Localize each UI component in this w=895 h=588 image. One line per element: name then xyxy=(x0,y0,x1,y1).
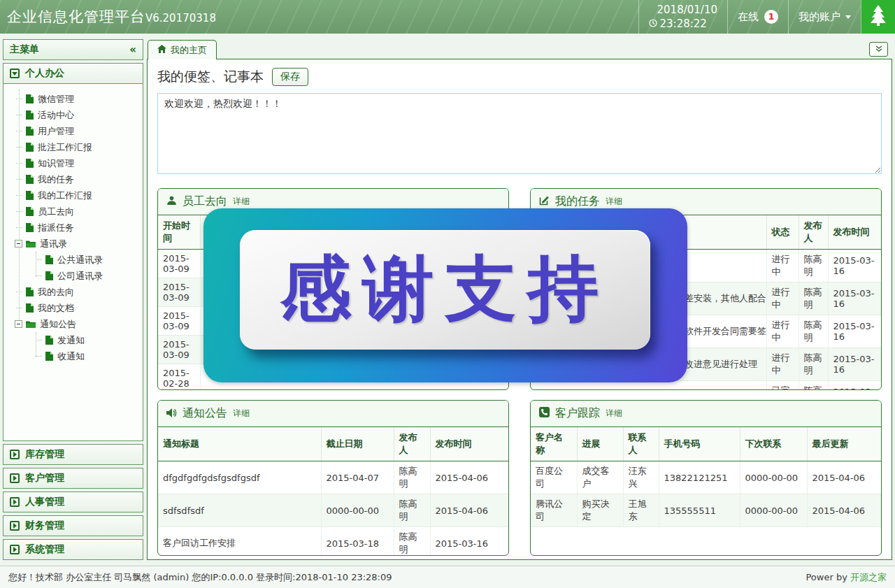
tab-my-homepage[interactable]: 我的主页 xyxy=(148,40,217,59)
arrow-box-right-icon xyxy=(10,545,20,554)
collapse-minus-box[interactable] xyxy=(15,240,22,248)
column-header: 开始时间 xyxy=(158,215,200,250)
sidebar-item-assign-tasks[interactable]: 指派任务 xyxy=(16,220,140,236)
sidebar-item-user-mgmt[interactable]: 用户管理 xyxy=(16,123,140,139)
table-row: 客户回访工作安排2015-03-18陈高明2015-03-16 xyxy=(158,527,508,557)
column-header: 客户名称 xyxy=(531,427,577,461)
notices-detail-link[interactable]: 详细 xyxy=(233,408,250,420)
column-header: 发布时间 xyxy=(828,215,881,250)
document-icon xyxy=(45,271,53,280)
home-icon xyxy=(157,45,166,55)
table-row: 腾讯公司购买决定王旭东1355555110000-00-002015-04-06 xyxy=(531,494,881,527)
column-header: 最后更新 xyxy=(807,427,881,461)
whereabouts-detail-link[interactable]: 详细 xyxy=(233,196,250,208)
sidebar-item-knowledge-mgmt[interactable]: 知识管理 xyxy=(16,155,140,171)
column-header: 发布人 xyxy=(799,215,828,250)
table-row: dfgdfgdfgdsfgsdfgsdf2015-04-07陈高明2015-04… xyxy=(158,461,508,494)
sidebar-item-my-whereabouts[interactable]: 我的去向 xyxy=(16,284,140,300)
sidebar-item-employee-whereabouts[interactable]: 员工去向 xyxy=(16,203,140,220)
thanks-keycap: 感谢支持 xyxy=(240,230,650,350)
sidebar-section-customer[interactable]: 客户管理 xyxy=(3,468,143,489)
column-header: 截止日期 xyxy=(321,427,394,461)
document-icon xyxy=(45,255,53,264)
panel-customer-tracking: 客户跟踪 详细 客户名称 进展 联系人 手机号码 下次联系 最后更新 xyxy=(530,400,882,556)
app-title: 企业信息化管理平台V6.20170318 xyxy=(0,7,216,27)
sidebar-item-my-documents[interactable]: 我的文档 xyxy=(16,300,140,316)
panel-title: 客户跟踪 xyxy=(555,406,600,421)
edit-icon xyxy=(539,195,550,208)
sidebar-item-wechat-mgmt[interactable]: 微信管理 xyxy=(16,91,140,107)
collapse-minus-box[interactable] xyxy=(15,320,22,328)
contacts-children: 公共通讯录 公司通讯录 xyxy=(33,252,140,284)
document-icon xyxy=(26,94,34,103)
thanks-overlay-image: 感谢支持 xyxy=(203,208,687,382)
notes-header: 我的便签、记事本 保存 xyxy=(157,68,882,86)
document-icon xyxy=(26,175,34,184)
online-users-menu[interactable]: 在线 1 xyxy=(727,0,788,34)
sidebar-item-activity-center[interactable]: 活动中心 xyxy=(16,107,140,123)
sidebar-tree: 微信管理 活动中心 用户管理 批注工作汇报 知识管理 我的任务 我的工作汇报 员… xyxy=(3,84,143,441)
status-bar: 您好！技术部 办公室主任 司马飘然 (admin) 您的IP:0.0.0.0 登… xyxy=(0,566,895,588)
sidebar-item-company-contacts[interactable]: 公司通讯录 xyxy=(33,268,140,284)
tab-list-button[interactable] xyxy=(869,42,888,57)
document-icon xyxy=(26,287,34,296)
customers-detail-link[interactable]: 详细 xyxy=(606,408,622,420)
save-button[interactable]: 保存 xyxy=(272,68,308,86)
speaker-icon xyxy=(166,407,177,420)
tab-bar: 我的主页 xyxy=(147,39,892,59)
arrow-box-right-icon xyxy=(10,450,20,459)
sidebar-item-public-contacts[interactable]: 公共通讯录 xyxy=(33,252,140,268)
document-icon xyxy=(26,303,34,313)
brand-link[interactable]: 开源之家 xyxy=(850,572,887,582)
column-header: 下次联系 xyxy=(740,427,807,461)
chevron-down-icon xyxy=(845,15,851,19)
sidebar: 主菜单 « 个人办公 微信管理 活动中心 用户管理 批注工作汇报 知识管理 我的… xyxy=(3,39,143,560)
table-row: 百度公司成交客户汪东兴138221212510000-00-002015-04-… xyxy=(531,461,881,494)
arrow-box-down-icon xyxy=(10,69,20,78)
column-header: 联系人 xyxy=(623,427,659,461)
sidebar-section-inventory[interactable]: 库存管理 xyxy=(3,444,143,465)
online-label: 在线 xyxy=(738,10,759,24)
sidebar-item-annotate-report[interactable]: 批注工作汇报 xyxy=(16,139,140,155)
clock-icon xyxy=(649,17,657,30)
phone-icon xyxy=(539,407,550,420)
panel-header: 通知公告 详细 xyxy=(158,401,508,427)
column-header: 通知标题 xyxy=(158,427,321,461)
sidebar-section-system[interactable]: 系统管理 xyxy=(3,539,143,560)
sidebar-item-notice-folder[interactable]: 通知公告 xyxy=(16,316,140,332)
powered-by: Power by 开源之家 xyxy=(806,571,887,584)
sidebar-item-send-notice[interactable]: 发通知 xyxy=(33,332,140,348)
online-count-badge: 1 xyxy=(764,10,778,24)
time-text: 23:28:22 xyxy=(660,17,707,30)
folder-icon xyxy=(26,240,36,248)
collapse-sidebar-button[interactable]: « xyxy=(129,43,136,56)
sidebar-item-contacts-folder[interactable]: 通讯录 xyxy=(16,236,140,252)
thanks-text: 感谢支持 xyxy=(280,242,610,338)
folder-icon xyxy=(26,320,36,328)
header-right: 2018/01/10 23:28:22 在线 1 我的账户 xyxy=(638,0,895,34)
sidebar-section-finance[interactable]: 财务管理 xyxy=(3,515,143,536)
section-label: 个人办公 xyxy=(25,67,64,80)
tree-icon xyxy=(869,4,887,29)
account-menu[interactable]: 我的账户 xyxy=(788,0,861,34)
document-icon xyxy=(26,127,34,136)
panel-header: 客户跟踪 详细 xyxy=(531,401,881,427)
arrow-box-right-icon xyxy=(10,473,20,483)
sidebar-item-receive-notice[interactable]: 收通知 xyxy=(33,348,140,364)
document-icon xyxy=(26,143,34,152)
document-icon xyxy=(45,352,53,361)
theme-tree-button[interactable] xyxy=(861,0,895,34)
sidebar-item-my-tasks[interactable]: 我的任务 xyxy=(16,171,140,187)
sidebar-section-personal-office[interactable]: 个人办公 xyxy=(3,63,143,84)
document-icon xyxy=(26,191,34,200)
arrow-box-right-icon xyxy=(10,521,20,531)
double-chevron-down-icon xyxy=(875,43,883,56)
tasks-detail-link[interactable]: 详细 xyxy=(606,196,622,208)
notes-textarea[interactable]: 欢迎欢迎，热烈欢迎！！！ xyxy=(157,93,882,174)
column-header: 发布人 xyxy=(394,427,430,461)
panel-title: 员工去向 xyxy=(182,194,227,209)
sidebar-item-my-work-report[interactable]: 我的工作汇报 xyxy=(16,187,140,203)
sidebar-section-hr[interactable]: 人事管理 xyxy=(3,492,143,512)
document-icon xyxy=(45,336,53,345)
column-header: 状态 xyxy=(766,215,799,250)
